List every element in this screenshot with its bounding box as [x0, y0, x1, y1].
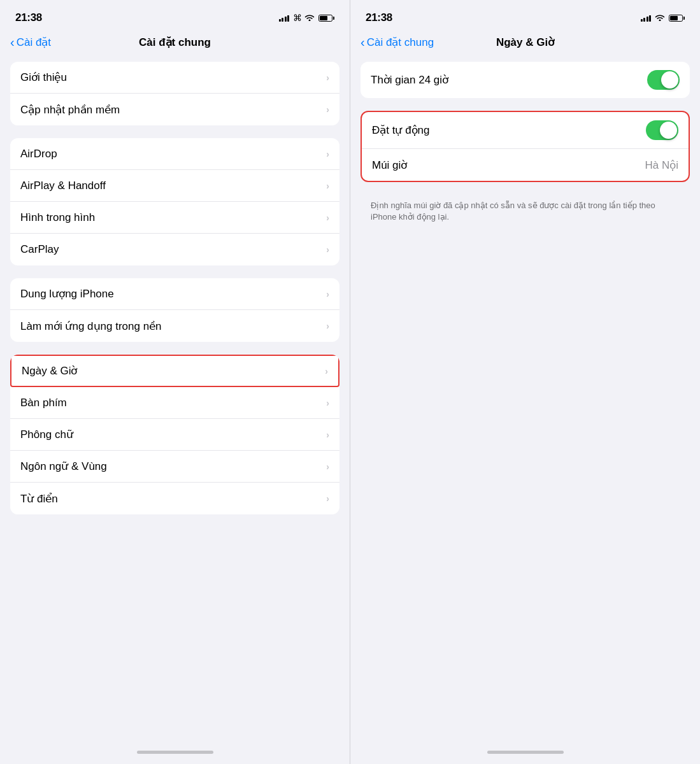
settings-item-phong-chu[interactable]: Phông chữ ›: [10, 419, 339, 451]
right-settings-group-2-highlighted: Đặt tự động Múi giờ Hà Nội: [361, 111, 690, 182]
chevron-icon: ›: [326, 493, 329, 504]
right-panel: 21:38: [350, 0, 700, 764]
mui-gio-value: Hà Nội: [645, 159, 678, 172]
mui-gio-label: Múi giờ: [372, 159, 407, 172]
settings-group-2: AirDrop › AirPlay & Handoff › Hình trong…: [10, 138, 339, 265]
settings-item-carplay[interactable]: CarPlay ›: [10, 234, 339, 265]
ban-phim-label: Bàn phím: [20, 397, 67, 409]
home-bar-right: [487, 751, 564, 754]
status-time-right: 21:38: [366, 11, 392, 24]
gioi-thieu-label: Giới thiệu: [20, 71, 67, 84]
home-indicator-left: [0, 745, 350, 764]
status-bar-left: 21:38 ⌘: [0, 0, 350, 31]
right-content: Thời gian 24 giờ Đặt tự động Múi giờ Hà …: [350, 57, 700, 745]
status-icons-left: ⌘: [279, 13, 334, 23]
settings-item-ban-phim[interactable]: Bàn phím ›: [10, 387, 339, 419]
settings-item-tu-dien[interactable]: Từ điển ›: [10, 483, 339, 514]
chevron-icon: ›: [325, 366, 328, 376]
airplay-label: AirPlay & Handoff: [20, 180, 106, 192]
wifi-icon-right: [655, 13, 665, 23]
settings-item-airdrop[interactable]: AirDrop ›: [10, 138, 339, 170]
dat-tu-dong-label: Đặt tự động: [372, 124, 430, 137]
chevron-icon: ›: [326, 104, 329, 115]
wifi-icon: ⌘: [293, 13, 315, 23]
settings-item-lam-moi[interactable]: Làm mới ứng dụng trong nền ›: [10, 310, 339, 342]
battery-icon-right: [669, 15, 685, 22]
phong-chu-label: Phông chữ: [20, 428, 73, 441]
cap-nhat-label: Cập nhật phần mềm: [20, 103, 120, 117]
back-button-left[interactable]: ‹ Cài đặt: [10, 36, 51, 49]
nav-title-right: Ngày & Giờ: [496, 36, 554, 49]
left-panel: 21:38 ⌘: [0, 0, 350, 764]
chevron-icon: ›: [326, 289, 329, 299]
chevron-icon: ›: [326, 321, 329, 331]
home-indicator-right: [350, 745, 700, 764]
settings-group-3: Dung lượng iPhone › Làm mới ứng dụng tro…: [10, 278, 339, 342]
ngay-gio-label: Ngày & Giờ: [22, 364, 77, 378]
thoi-gian-label: Thời gian 24 giờ: [371, 73, 448, 87]
settings-item-cap-nhat[interactable]: Cập nhật phần mềm ›: [10, 94, 339, 125]
left-content: Giới thiệu › Cập nhật phần mềm › AirDrop…: [0, 57, 350, 745]
chevron-icon: ›: [326, 213, 329, 223]
nav-bar-right: ‹ Cài đặt chung Ngày & Giờ: [350, 31, 700, 57]
chevron-icon: ›: [326, 73, 329, 83]
chevron-icon: ›: [326, 244, 329, 255]
hinh-label: Hình trong hình: [20, 211, 95, 224]
tu-dien-label: Từ điển: [20, 492, 58, 506]
timezone-note: Định nghĩa múi giờ đã cập nhật có sẵn và…: [361, 195, 690, 233]
chevron-icon: ›: [326, 398, 329, 408]
signal-icon: [279, 14, 290, 22]
nav-title-left: Cài đặt chung: [139, 36, 211, 49]
settings-item-dat-tu-dong[interactable]: Đặt tự động: [362, 112, 689, 149]
status-time-left: 21:38: [15, 11, 42, 24]
nav-bar-left: ‹ Cài đặt Cài đặt chung: [0, 31, 350, 57]
settings-item-airplay[interactable]: AirPlay & Handoff ›: [10, 170, 339, 202]
settings-item-ngay-gio[interactable]: Ngày & Giờ ›: [10, 355, 339, 387]
dung-luong-label: Dung lượng iPhone: [20, 287, 114, 301]
back-chevron-icon: ‹: [10, 36, 15, 48]
back-chevron-icon-right: ‹: [361, 36, 365, 48]
battery-icon: [318, 15, 334, 22]
signal-icon-right: [641, 14, 652, 22]
ngon-ngu-label: Ngôn ngữ & Vùng: [20, 460, 107, 473]
carplay-label: CarPlay: [20, 243, 59, 256]
lam-moi-label: Làm mới ứng dụng trong nền: [20, 320, 162, 333]
status-icons-right: [641, 13, 685, 23]
dat-tu-dong-toggle[interactable]: [646, 120, 678, 140]
settings-item-mui-gio[interactable]: Múi giờ Hà Nội: [362, 149, 689, 181]
back-button-right[interactable]: ‹ Cài đặt chung: [361, 36, 434, 49]
thoi-gian-toggle[interactable]: [647, 70, 680, 90]
settings-item-thoi-gian[interactable]: Thời gian 24 giờ: [361, 62, 690, 98]
right-settings-group-1: Thời gian 24 giờ: [361, 62, 690, 98]
status-bar-right: 21:38: [350, 0, 700, 31]
settings-group-4: Ngày & Giờ › Bàn phím › Phông chữ › Ngôn…: [10, 355, 339, 514]
settings-item-ngon-ngu[interactable]: Ngôn ngữ & Vùng ›: [10, 451, 339, 483]
settings-item-gioi-thieu[interactable]: Giới thiệu ›: [10, 62, 339, 94]
chevron-icon: ›: [326, 181, 329, 191]
chevron-icon: ›: [326, 430, 329, 440]
settings-item-hinh[interactable]: Hình trong hình ›: [10, 202, 339, 234]
chevron-icon: ›: [326, 149, 329, 159]
back-label-right: Cài đặt chung: [367, 36, 434, 49]
airdrop-label: AirDrop: [20, 148, 57, 160]
settings-group-1: Giới thiệu › Cập nhật phần mềm ›: [10, 62, 339, 125]
home-bar: [137, 751, 213, 754]
settings-item-dung-luong[interactable]: Dung lượng iPhone ›: [10, 278, 339, 310]
back-label-left: Cài đặt: [17, 36, 51, 49]
chevron-icon: ›: [326, 462, 329, 472]
